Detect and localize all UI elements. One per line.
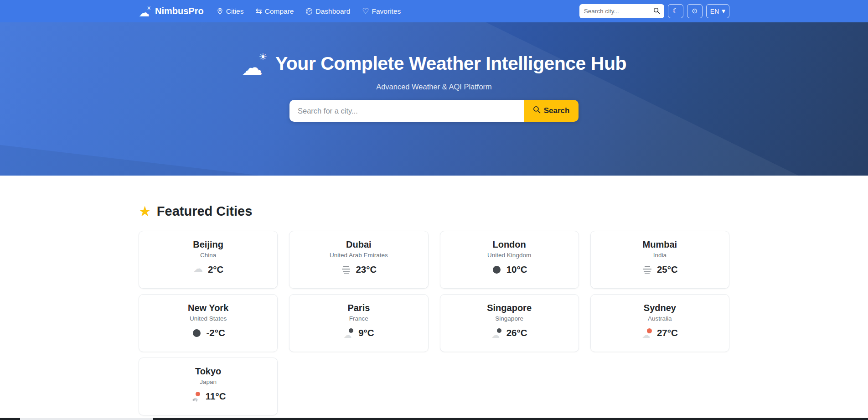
- search-icon: [653, 7, 660, 16]
- city-country: United Kingdom: [448, 252, 571, 259]
- nav-item-label: Favorites: [372, 7, 401, 16]
- city-country: United States: [146, 315, 270, 322]
- moon-weather-icon: [191, 327, 202, 338]
- fog-weather-icon: [341, 264, 351, 275]
- city-card[interactable]: Tokyo Japan 11°C: [139, 358, 278, 415]
- city-card[interactable]: Paris France 9°C: [289, 294, 428, 352]
- compare-arrows-icon: ⇆: [255, 7, 262, 15]
- city-card[interactable]: Beijing China 2°C: [139, 231, 278, 289]
- moon-weather-icon: [491, 264, 502, 275]
- city-card[interactable]: Singapore Singapore 26°C: [440, 294, 579, 352]
- hero-subtitle: Advanced Weather & AQI Platform: [376, 83, 492, 91]
- navbar-search-group: [579, 4, 664, 18]
- city-card[interactable]: Mumbai India 25°C: [590, 231, 729, 289]
- city-temperature: 26°C: [506, 327, 527, 338]
- city-card[interactable]: Sydney Australia 27°C: [590, 294, 729, 352]
- pin-icon: [217, 8, 223, 15]
- moon-stars-icon: ☾: [672, 8, 678, 15]
- hero-search-group: Search: [289, 100, 579, 122]
- city-country: India: [598, 252, 722, 259]
- city-name: Beijing: [146, 239, 270, 250]
- city-temperature: 27°C: [657, 327, 678, 338]
- city-name: Singapore: [448, 303, 571, 313]
- brand-name: NimbusPro: [155, 6, 204, 16]
- city-name: Sydney: [598, 303, 722, 313]
- city-temperature: 9°C: [358, 327, 374, 338]
- city-name: Paris: [297, 303, 420, 313]
- nav-item-favorites[interactable]: ♡ Favorites: [362, 7, 401, 16]
- theme-toggle-button[interactable]: ☾: [668, 4, 683, 18]
- city-country: Australia: [598, 315, 722, 322]
- page-bottom-strip: [0, 418, 868, 420]
- cloud-moon-weather-icon: [491, 327, 502, 338]
- city-country: China: [146, 252, 270, 259]
- featured-cities-grid: Beijing China 2°C Dubai United Arab Emir…: [139, 231, 729, 415]
- city-temperature: 2°C: [208, 264, 223, 275]
- featured-cities-heading: ★ Featured Cities: [139, 204, 729, 219]
- city-temperature: 23°C: [356, 264, 377, 275]
- city-temperature: 10°C: [506, 264, 527, 275]
- city-card[interactable]: New York United States -2°C: [139, 294, 278, 352]
- city-name: London: [448, 239, 571, 250]
- horizontal-scrollbar-thumb[interactable]: [20, 418, 153, 420]
- hero-search-button-label: Search: [544, 106, 570, 115]
- star-icon: ★: [139, 204, 151, 218]
- city-temperature: 25°C: [657, 264, 678, 275]
- hero-cloud-sun-icon: [242, 52, 268, 75]
- language-label: EN: [710, 8, 719, 15]
- nav-item-label: Compare: [265, 7, 294, 16]
- cloud-sun-dots-weather-icon: [191, 391, 202, 402]
- hero-section: Your Complete Weather Intelligence Hub A…: [0, 22, 868, 176]
- city-country: Japan: [146, 379, 270, 385]
- navbar: NimbusPro Cities ⇆ Compare: [0, 0, 868, 22]
- nav-links: Cities ⇆ Compare Dashboard ♡ Favorites: [217, 7, 401, 16]
- cloud-sun-weather-icon: [642, 327, 653, 338]
- city-country: United Arab Emirates: [297, 252, 420, 259]
- city-card[interactable]: London United Kingdom 10°C: [440, 231, 579, 289]
- nav-item-cities[interactable]: Cities: [217, 7, 244, 16]
- city-card[interactable]: Dubai United Arab Emirates 23°C: [289, 231, 428, 289]
- dashboard-gauge-icon: [305, 8, 313, 15]
- target-icon: ⊙: [692, 8, 698, 15]
- hero-search-button[interactable]: Search: [524, 100, 579, 122]
- city-temperature: -2°C: [207, 327, 225, 338]
- heart-icon: ♡: [362, 7, 369, 15]
- main-content: ★ Featured Cities Beijing China 2°C Duba…: [133, 204, 735, 415]
- city-name: Dubai: [297, 239, 420, 250]
- language-dropdown[interactable]: EN ▼: [706, 4, 729, 18]
- nav-item-label: Dashboard: [315, 7, 350, 16]
- city-country: France: [297, 315, 420, 322]
- city-temperature: 11°C: [206, 391, 226, 402]
- city-country: Singapore: [448, 315, 571, 322]
- fog-weather-icon: [642, 264, 653, 275]
- hero-title: Your Complete Weather Intelligence Hub: [275, 53, 626, 74]
- nav-item-dashboard[interactable]: Dashboard: [305, 7, 350, 16]
- city-name: Mumbai: [598, 239, 722, 250]
- cloud-moon-weather-icon: [343, 327, 354, 338]
- geolocate-button[interactable]: ⊙: [687, 4, 703, 18]
- nav-item-compare[interactable]: ⇆ Compare: [255, 7, 294, 16]
- navbar-search-input[interactable]: [579, 4, 649, 18]
- hero-search-input[interactable]: [289, 100, 524, 122]
- nav-item-label: Cities: [226, 7, 244, 16]
- cloud-sun-logo-icon: [139, 5, 151, 17]
- cloud-weather-icon: [193, 264, 204, 275]
- brand-logo[interactable]: NimbusPro: [139, 5, 204, 17]
- navbar-search-button[interactable]: [649, 4, 664, 18]
- search-icon: [533, 106, 541, 116]
- featured-cities-title: Featured Cities: [157, 204, 253, 219]
- city-name: Tokyo: [146, 366, 270, 377]
- chevron-down-icon: ▼: [722, 9, 725, 14]
- city-name: New York: [146, 303, 270, 313]
